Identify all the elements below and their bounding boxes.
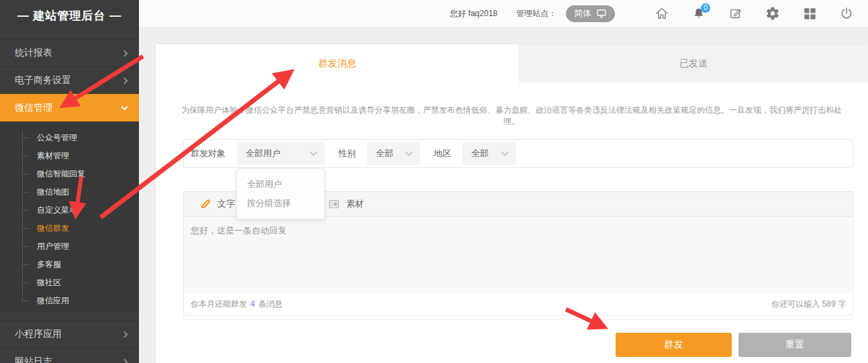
- chevron-down-icon: [122, 104, 128, 111]
- editor-tab-text[interactable]: 文字: [199, 198, 235, 210]
- sidebar-menu-bottom: 小程序应用 网站日志: [0, 320, 139, 363]
- sidebar-item-site-log[interactable]: 网站日志: [0, 348, 139, 363]
- sidebar-item-ecommerce[interactable]: 电子商务设置: [0, 66, 139, 94]
- submenu-item-community[interactable]: 微社区: [0, 274, 139, 292]
- gender-label: 性别: [338, 148, 356, 160]
- language-label: 简体: [574, 7, 591, 19]
- sidebar-item-statistics[interactable]: 统计报表: [0, 39, 139, 66]
- submenu-item-smart-reply[interactable]: 微信智能回复: [0, 165, 139, 183]
- content-card: 群发消息 已发送 为保障用户体验，微信公众平台严禁恶意营销以及诱导分享朋友圈，严…: [156, 44, 868, 363]
- home-button[interactable]: [655, 6, 669, 21]
- notifications-button[interactable]: 0: [691, 6, 706, 21]
- sidebar-menu: 统计报表 电子商务设置 微信管理: [0, 39, 139, 121]
- send-button[interactable]: 群发: [616, 333, 732, 357]
- app-title: — 建站管理后台 —: [0, 0, 139, 32]
- chevron-down-icon: [405, 148, 412, 156]
- message-textarea[interactable]: 您好，这是一条自动回复: [184, 217, 853, 293]
- sidebar-item-miniprogram[interactable]: 小程序应用: [0, 320, 139, 348]
- target-select-value: 全部用户: [246, 148, 281, 160]
- quota-prefix: 你本月还能群发: [191, 299, 247, 310]
- footer-divider: [183, 319, 853, 320]
- editor-tab-text-label: 文字: [218, 198, 235, 210]
- target-label: 群发对象: [191, 148, 226, 160]
- tab-mass-message[interactable]: 群发消息: [156, 44, 519, 83]
- target-select[interactable]: 全部用户: [237, 142, 325, 165]
- region-select[interactable]: 全部: [463, 142, 516, 165]
- gender-select-value: 全部: [376, 148, 393, 160]
- grid-icon: [802, 6, 817, 21]
- tab-sent[interactable]: 已发送: [519, 44, 868, 83]
- edit-button[interactable]: [728, 6, 743, 21]
- home-icon: [655, 6, 669, 21]
- user-greeting: 您好 faq2018: [450, 8, 497, 19]
- chevron-right-icon: [122, 358, 128, 363]
- power-icon: [839, 6, 854, 21]
- topbar: 您好 faq2018 管理站点： 简体 0: [139, 0, 868, 27]
- sidebar-submenu: 公众号管理 素材管理 微信智能回复 微信地图 自定义菜单 微信群发 用户管理 多…: [0, 121, 139, 312]
- submenu-item-custom-menu[interactable]: 自定义菜单: [0, 201, 139, 219]
- tab-bar: 群发消息 已发送: [156, 44, 868, 83]
- submenu-item-wechat-app[interactable]: 微信应用: [0, 292, 139, 310]
- chars-remaining-text: 你还可以输入 589 字: [771, 299, 846, 310]
- monthly-quota-text: 你本月还能群发 4 条消息: [191, 299, 283, 310]
- submenu-item-user-management[interactable]: 用户管理: [0, 238, 139, 256]
- notification-badge: 0: [701, 3, 710, 13]
- sidebar-item-label: 微信管理: [15, 102, 52, 114]
- chevron-down-icon: [309, 148, 317, 156]
- chevron-right-icon: [122, 77, 128, 84]
- submenu-item-wechat-map[interactable]: 微信地图: [0, 183, 139, 201]
- sidebar-item-label: 统计报表: [15, 47, 52, 59]
- dropdown-option-all-users[interactable]: 全部用户: [237, 175, 324, 194]
- reset-button[interactable]: 重置: [738, 333, 851, 357]
- apps-button[interactable]: [802, 6, 817, 21]
- site-label: 管理站点：: [516, 8, 557, 19]
- gear-icon: [765, 6, 780, 21]
- quota-suffix: 条消息: [258, 299, 283, 310]
- chevron-down-icon: [501, 148, 508, 156]
- editor-tab-material-label: 素材: [346, 198, 364, 210]
- policy-notice: 为保障用户体验，微信公众平台严禁恶意营销以及诱导分享朋友圈，严禁发布色情低俗、暴…: [176, 105, 847, 127]
- region-select-value: 全部: [471, 148, 489, 160]
- chevron-right-icon: [122, 50, 128, 56]
- editor-footer: 你本月还能群发 4 条消息 你还可以输入 589 字: [184, 293, 853, 315]
- sidebar-item-wechat[interactable]: 微信管理: [0, 94, 139, 121]
- submenu-item-official-account[interactable]: 公众号管理: [0, 129, 139, 147]
- sidebar-item-label: 网站日志: [15, 356, 52, 363]
- pencil-icon: [199, 198, 211, 210]
- logout-button[interactable]: [839, 6, 854, 21]
- sidebar-item-label: 电子商务设置: [15, 74, 71, 87]
- material-icon: [328, 198, 340, 211]
- quota-count: 4: [250, 299, 255, 309]
- settings-button[interactable]: [765, 6, 780, 21]
- submenu-item-material[interactable]: 素材管理: [0, 147, 139, 165]
- target-filter-row: 群发对象 全部用户 性别 全部 地区 全部: [183, 139, 853, 168]
- gender-select[interactable]: 全部: [367, 142, 420, 165]
- submenu-item-mass-send[interactable]: 微信群发: [0, 219, 139, 238]
- sidebar-item-label: 小程序应用: [15, 328, 62, 340]
- target-select-dropdown: 全部用户 按分组选择: [236, 168, 325, 219]
- monitor-icon: [596, 8, 607, 19]
- language-pill-button[interactable]: 简体: [566, 5, 615, 22]
- editor-tab-material[interactable]: 素材: [328, 198, 364, 211]
- submenu-item-multi-service[interactable]: 多客服: [0, 256, 139, 274]
- sidebar: — 建站管理后台 — 统计报表 电子商务设置 微信管理 公众号管理 素材管理 微…: [0, 0, 139, 363]
- dropdown-option-by-group[interactable]: 按分组选择: [237, 194, 324, 213]
- chevron-right-icon: [122, 331, 128, 338]
- region-label: 地区: [434, 148, 451, 160]
- edit-icon: [728, 6, 743, 21]
